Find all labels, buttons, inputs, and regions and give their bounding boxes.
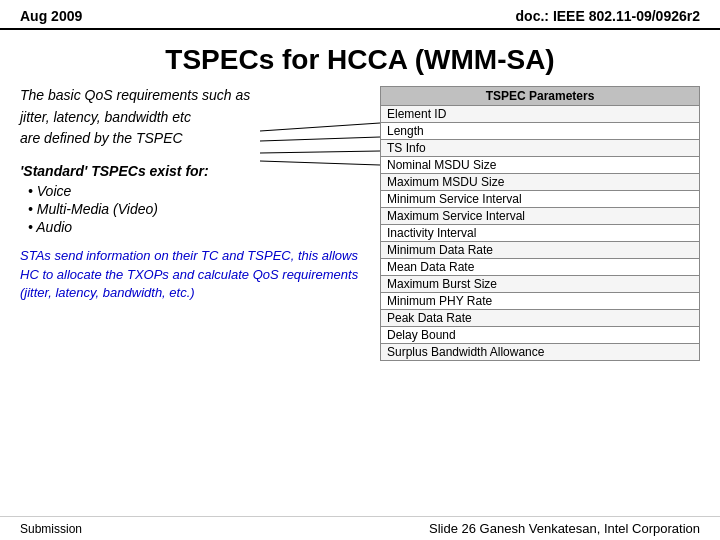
table-cell: Minimum PHY Rate [381,293,700,310]
sta-description: STAs send information on their TC and TS… [20,247,360,304]
header-date: Aug 2009 [20,8,82,24]
left-panel: The basic QoS requirements such as jitte… [20,86,360,496]
table-cell: Surplus Bandwidth Allowance [381,344,700,361]
table-row: Peak Data Rate [381,310,700,327]
standard-heading: 'Standard' TSPECs exist for: [20,163,360,179]
table-header-row: TSPEC Parameters [381,87,700,106]
table-row: Delay Bound [381,327,700,344]
table-cell: Maximum MSDU Size [381,174,700,191]
table-row: Maximum Burst Size [381,276,700,293]
bullet-multimedia: Multi-Media (Video) [28,201,360,217]
header: Aug 2009 doc.: IEEE 802.11-09/0926r2 [0,0,720,30]
content-area: The basic QoS requirements such as jitte… [0,86,720,496]
table-cell: Maximum Burst Size [381,276,700,293]
intro-line3: are defined by the TSPEC [20,129,360,149]
tspec-table: TSPEC Parameters Element IDLengthTS Info… [380,86,700,361]
table-cell: Mean Data Rate [381,259,700,276]
table-row: Minimum PHY Rate [381,293,700,310]
table-row: Nominal MSDU Size [381,157,700,174]
table-row: Length [381,123,700,140]
table-cell: Peak Data Rate [381,310,700,327]
intro-line1: The basic QoS requirements such as [20,86,360,106]
table-cell: TS Info [381,140,700,157]
table-row: Mean Data Rate [381,259,700,276]
footer-slide: Slide 26 Ganesh Venkatesan, Intel Corpor… [429,521,700,536]
intro-line2: jitter, latency, bandwidth etc [20,108,360,128]
table-cell: Inactivity Interval [381,225,700,242]
table-header-cell: TSPEC Parameters [381,87,700,106]
table-row: Minimum Data Rate [381,242,700,259]
page: Aug 2009 doc.: IEEE 802.11-09/0926r2 TSP… [0,0,720,540]
table-cell: Minimum Service Interval [381,191,700,208]
table-cell: Nominal MSDU Size [381,157,700,174]
table-row: Minimum Service Interval [381,191,700,208]
table-row: Inactivity Interval [381,225,700,242]
table-cell: Delay Bound [381,327,700,344]
header-doc: doc.: IEEE 802.11-09/0926r2 [516,8,700,24]
table-row: Maximum Service Interval [381,208,700,225]
table-row: Maximum MSDU Size [381,174,700,191]
table-cell: Length [381,123,700,140]
page-title: TSPECs for HCCA (WMM-SA) [0,30,720,86]
table-row: Element ID [381,106,700,123]
bullet-audio: Audio [28,219,360,235]
table-row: Surplus Bandwidth Allowance [381,344,700,361]
table-cell: Minimum Data Rate [381,242,700,259]
table-row: TS Info [381,140,700,157]
table-cell: Maximum Service Interval [381,208,700,225]
footer: Submission Slide 26 Ganesh Venkatesan, I… [0,516,720,540]
footer-submission: Submission [20,522,82,536]
bullet-voice: Voice [28,183,360,199]
table-cell: Element ID [381,106,700,123]
